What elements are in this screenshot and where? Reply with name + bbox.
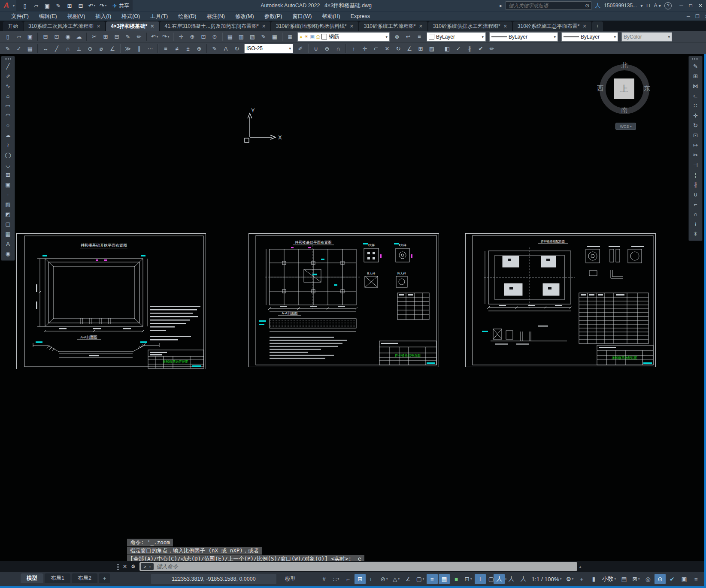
caret-down-icon[interactable]: ▾ (482, 35, 484, 39)
object-snap-icon[interactable]: ▢▾ (415, 574, 426, 584)
ellipse-icon[interactable]: ◯ (2, 150, 14, 160)
command-bar-grip[interactable] (117, 563, 119, 570)
dim-update-icon[interactable]: ↻ (232, 44, 242, 53)
offset-faces-icon[interactable]: ⊂ (371, 44, 381, 53)
copy-faces-icon[interactable]: ⊞ (415, 44, 426, 53)
union-icon[interactable]: ∪ (311, 44, 321, 53)
tab-layout2[interactable]: 布局2 (72, 573, 97, 583)
join-icon[interactable]: ∪ (689, 190, 702, 199)
zoom-window-icon[interactable]: ⊡ (198, 32, 209, 41)
viewcube-top-face[interactable]: 上 (614, 78, 634, 99)
menu-edit[interactable]: 编辑(E) (34, 12, 62, 21)
layer-viewport-icon[interactable]: ▣ (310, 34, 315, 39)
share-button[interactable]: ✈ 共享 (112, 2, 129, 9)
close-tab-icon[interactable]: ✕ (503, 24, 507, 29)
center-mark-icon[interactable]: ⊕ (194, 44, 204, 53)
layer-control[interactable]: ● ☀ ▣ Ω 钢筋 ▾ (297, 32, 390, 42)
open-icon[interactable]: ▱ (31, 1, 41, 10)
save-icon[interactable]: ▣ (25, 32, 35, 41)
make-block-icon[interactable]: ▣ (2, 180, 14, 190)
toolbar-grip[interactable] (692, 58, 699, 60)
command-customize-icon[interactable]: ⚙ (131, 564, 136, 570)
compass-east[interactable]: 东 (644, 84, 650, 93)
close-tab-icon[interactable]: ✕ (262, 24, 266, 29)
quick-calc-icon[interactable]: ▦ (270, 32, 280, 41)
line-icon[interactable]: ╱ (2, 61, 14, 71)
paste-icon[interactable]: ⊟ (112, 32, 122, 41)
check-icon[interactable]: ✔ (476, 44, 486, 53)
array-icon[interactable]: ∷ (689, 101, 702, 111)
gradient-icon[interactable]: ◩ (2, 209, 14, 219)
ellipse-arc-icon[interactable]: ◡ (2, 160, 14, 170)
file-tab[interactable]: 310砼系统供排水工艺流程图*✕ (428, 21, 512, 31)
annotation-visibility-icon[interactable]: 人 (494, 574, 505, 584)
close-tab-icon[interactable]: ✕ (419, 24, 423, 29)
tool-palettes-icon[interactable]: ▧ (247, 32, 258, 41)
layer-on-icon[interactable]: ● (300, 34, 303, 39)
plot-preview-icon[interactable]: ⊡ (52, 32, 62, 41)
color-faces-icon[interactable]: ▨ (427, 44, 437, 53)
file-tab[interactable]: 41.右岸310混凝土...房及加药车间布置图*✕ (160, 21, 271, 31)
menu-parametric[interactable]: 参数(P) (259, 12, 288, 21)
clean-icon[interactable]: ✓ (453, 44, 464, 53)
dim-ordinate-icon[interactable]: ⊥ (74, 44, 84, 53)
doc-restore-icon[interactable]: ❒ (695, 14, 700, 19)
mtext-icon[interactable]: A (2, 239, 14, 249)
account-caret-icon[interactable]: ▾ (640, 3, 643, 9)
rotate-icon[interactable]: ↻ (689, 121, 702, 130)
file-tab[interactable]: 310系统二次风冷工艺流程图✕ (24, 21, 105, 31)
app-store-cart-icon[interactable]: ⊔ (646, 3, 650, 9)
caret-down-icon[interactable]: ▾ (614, 35, 616, 39)
redo-icon[interactable]: ↷▾ (161, 32, 171, 41)
text-style-icon[interactable]: ✎ (3, 44, 13, 53)
undo-icon[interactable]: ↶▾ (87, 1, 97, 10)
rectangle-icon[interactable]: ▭ (2, 101, 14, 111)
transfer-icon[interactable]: ⊞ (64, 1, 75, 10)
selection-cycling-icon[interactable]: ■ (451, 574, 462, 584)
search-expand-icon[interactable]: ▸ (500, 3, 502, 9)
compass-west[interactable]: 西 (597, 84, 603, 93)
open-file-icon[interactable]: ▱ (14, 32, 24, 41)
properties-palette-icon[interactable]: ▤ (225, 32, 235, 41)
block-editor-icon[interactable]: ✏ (134, 32, 144, 41)
intersect-icon[interactable]: ∩ (333, 44, 343, 53)
file-tab[interactable]: 310砼系统工艺流程图*✕ (359, 21, 427, 31)
dim-arc-length-icon[interactable]: ∩ (63, 44, 73, 53)
tab-layout1[interactable]: 布局1 (45, 573, 70, 583)
dim-angular-icon[interactable]: ∠ (107, 44, 118, 53)
extend-icon[interactable]: ⊣ (689, 160, 702, 170)
revision-cloud-icon[interactable]: ☁ (2, 130, 14, 140)
plot-icon[interactable]: ⊟ (76, 1, 86, 10)
toolbar-grip[interactable] (5, 58, 12, 60)
make-object-layer-current-icon[interactable]: ⊚ (392, 32, 402, 41)
quick-properties-icon[interactable]: ▤ (618, 574, 630, 584)
file-tab-active[interactable]: 4×3拌和楼基础*✕ (106, 21, 159, 31)
new-layout-button[interactable]: + (99, 573, 110, 583)
search-icon[interactable]: ⊙ (585, 3, 589, 9)
minimize-button[interactable]: ─ (679, 3, 683, 9)
subtract-icon[interactable]: ⊖ (322, 44, 332, 53)
undo-icon[interactable]: ↶▾ (149, 32, 160, 41)
close-tab-icon[interactable]: ✕ (583, 24, 587, 29)
erase-icon[interactable]: ✎ (689, 61, 702, 71)
layer-previous-icon[interactable]: ↩ (403, 32, 413, 41)
polyline-icon[interactable]: ∿ (2, 81, 14, 91)
units-value-icon[interactable]: 小数▾ (600, 574, 618, 584)
snap-mode-icon[interactable]: ∷▾ (330, 574, 342, 584)
trusted-source-icon[interactable]: ✔ (667, 574, 678, 584)
arc-icon[interactable]: ◠ (2, 111, 14, 121)
construction-line-icon[interactable]: ⇗ (2, 71, 14, 81)
help-icon[interactable]: ? (664, 2, 672, 9)
clean-screen-icon[interactable]: ▣ (679, 574, 690, 584)
command-close-icon[interactable]: ✕ (123, 564, 127, 570)
move-faces-icon[interactable]: ✛ (360, 44, 370, 53)
menu-express[interactable]: Express (345, 12, 375, 21)
menu-window[interactable]: 窗口(W) (287, 12, 317, 21)
menu-help[interactable]: 帮助(H) (317, 12, 345, 21)
plot-icon[interactable]: ⊟ (40, 32, 51, 41)
point-icon[interactable]: ∙ (2, 190, 14, 199)
shell-icon[interactable]: ◧ (442, 44, 452, 53)
new-icon[interactable]: ▯ (3, 32, 13, 41)
dim-aligned-icon[interactable]: ╱ (52, 44, 62, 53)
lineweight-display-icon[interactable]: ≡ (427, 574, 438, 584)
